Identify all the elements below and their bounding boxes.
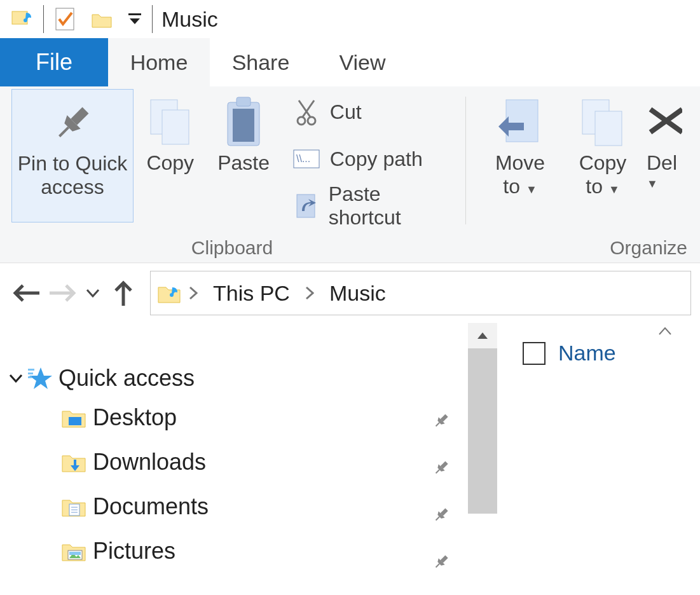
paste-shortcut-label: Paste shortcut <box>329 182 453 229</box>
pin-icon <box>432 459 464 477</box>
chevron-down-icon: ▼ <box>608 183 620 196</box>
copy-to-line1: Copy <box>579 151 627 175</box>
group-label-organize: Organize <box>610 237 689 261</box>
tree-item-desktop[interactable]: Desktop <box>0 395 468 440</box>
navigation-pane: Quick access Desktop Downloads <box>0 323 468 595</box>
tree-item-documents[interactable]: Documents <box>0 484 468 529</box>
pin-icon <box>432 412 464 430</box>
sort-indicator-icon[interactable] <box>658 327 672 336</box>
svg-rect-1 <box>56 8 74 30</box>
tree-item-downloads[interactable]: Downloads <box>0 440 468 484</box>
tree-item-label: Documents <box>93 493 209 520</box>
content-area: Quick access Desktop Downloads <box>0 323 700 595</box>
svg-rect-30 <box>69 417 81 425</box>
svg-rect-11 <box>237 97 250 106</box>
tab-home[interactable]: Home <box>108 38 210 86</box>
svg-rect-6 <box>58 127 69 137</box>
forward-button[interactable] <box>45 275 80 311</box>
pin-icon <box>432 506 464 524</box>
tab-share[interactable]: Share <box>210 38 312 86</box>
column-label: Name <box>558 341 616 366</box>
svg-point-15 <box>308 117 315 125</box>
svg-rect-22 <box>595 111 622 146</box>
select-all-checkbox[interactable] <box>523 342 546 365</box>
pin-icon <box>432 553 464 571</box>
svg-rect-29 <box>28 376 32 378</box>
recent-locations-dropdown[interactable] <box>80 275 106 311</box>
copy-to-button[interactable]: Copy to ▼ <box>561 89 644 201</box>
nav-pane-scrollbar[interactable] <box>468 323 497 595</box>
qat-separator <box>43 5 44 33</box>
move-to-line1: Move <box>495 151 545 175</box>
svg-rect-10 <box>233 109 254 142</box>
svg-rect-28 <box>28 373 33 374</box>
ribbon-tabs: File Home Share View <box>0 38 700 86</box>
copy-path-button[interactable]: \\... Copy path <box>292 139 453 179</box>
breadcrumb-leaf[interactable]: Music <box>322 281 394 306</box>
paste-button[interactable]: Paste <box>207 89 280 177</box>
qat-new-folder-icon[interactable] <box>83 0 120 38</box>
tree-root-quick-access[interactable]: Quick access <box>0 361 468 395</box>
app-icon-music <box>4 0 41 38</box>
pin-label-line2: access <box>41 175 104 199</box>
svg-rect-50 <box>436 563 440 568</box>
ribbon-separator <box>465 97 466 224</box>
move-to-icon <box>496 94 544 151</box>
cut-button[interactable]: Cut <box>292 92 453 132</box>
breadcrumb-root[interactable]: This PC <box>205 281 298 306</box>
svg-rect-19 <box>506 100 538 142</box>
back-button[interactable] <box>9 275 45 311</box>
address-bar[interactable]: This PC Music <box>150 271 691 315</box>
delete-icon <box>647 94 682 151</box>
svg-rect-37 <box>436 469 440 474</box>
documents-folder-icon <box>61 496 86 517</box>
move-to-line2: to <box>503 175 520 198</box>
scroll-up-icon[interactable] <box>468 323 497 348</box>
up-button[interactable] <box>106 275 141 311</box>
qat-customize-dropdown[interactable] <box>120 0 149 38</box>
move-to-button[interactable]: Move to ▼ <box>479 89 561 201</box>
svg-rect-33 <box>436 422 440 427</box>
svg-point-14 <box>298 117 305 125</box>
paste-shortcut-button[interactable]: Paste shortcut <box>292 186 453 226</box>
nav-bar: This PC Music <box>0 263 700 323</box>
desktop-folder-icon <box>61 407 86 428</box>
copy-label: Copy <box>146 151 194 175</box>
quick-access-star-icon <box>28 366 53 390</box>
copy-button[interactable]: Copy <box>134 89 207 177</box>
chevron-right-icon[interactable] <box>181 286 205 300</box>
paste-label: Paste <box>217 151 270 175</box>
svg-rect-47 <box>69 552 81 555</box>
scroll-thumb[interactable] <box>468 348 497 514</box>
tab-file[interactable]: File <box>0 38 108 86</box>
copy-path-label: Copy path <box>330 147 423 171</box>
svg-rect-44 <box>436 516 440 521</box>
title-bar: Music <box>0 0 700 38</box>
shortcut-icon <box>292 192 320 220</box>
scissors-icon <box>292 98 321 126</box>
scroll-track[interactable] <box>468 514 497 595</box>
pin-to-quick-access-button[interactable]: Pin to Quick access <box>11 89 134 222</box>
tree-item-pictures[interactable]: Pictures <box>0 529 468 573</box>
chevron-down-icon: ▼ <box>647 177 658 191</box>
chevron-down-icon: ▼ <box>526 183 537 196</box>
delete-label: Del <box>647 151 677 175</box>
pin-icon <box>50 95 95 152</box>
tree-root-label: Quick access <box>58 365 195 392</box>
qat-properties-icon[interactable] <box>46 0 83 38</box>
delete-button[interactable]: Del ▼ <box>644 89 689 193</box>
copy-to-icon <box>577 94 628 151</box>
svg-marker-26 <box>29 367 52 389</box>
svg-rect-18 <box>297 195 315 217</box>
list-view: Name <box>497 323 700 595</box>
pin-label-line1: Pin to Quick <box>18 152 128 175</box>
clipboard-icon <box>224 94 263 151</box>
cut-label: Cut <box>330 100 362 124</box>
tree-item-label: Pictures <box>93 538 175 564</box>
svg-text:\\...: \\... <box>296 153 310 164</box>
tab-view[interactable]: View <box>312 38 413 86</box>
ribbon: Pin to Quick access Copy <box>0 86 700 263</box>
pictures-folder-icon <box>61 540 86 562</box>
chevron-right-icon[interactable] <box>298 286 322 300</box>
window-title: Music <box>161 7 218 32</box>
